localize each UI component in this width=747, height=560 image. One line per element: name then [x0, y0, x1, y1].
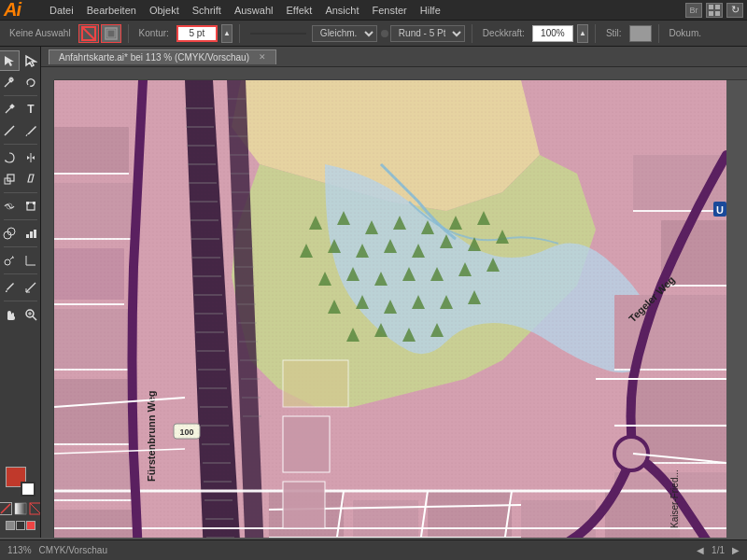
- options-toolbar: Keine Auswahl Kontur: ▲ Gleichm.: [0, 21, 747, 47]
- tool-row-4: [0, 120, 41, 141]
- select-tool[interactable]: [0, 50, 20, 71]
- svg-rect-38: [41, 67, 54, 538]
- shear-tool[interactable]: [21, 169, 41, 189]
- svg-rect-0: [709, 5, 713, 9]
- svg-rect-23: [34, 230, 36, 238]
- tool-row-6: [0, 169, 41, 189]
- sep1: [128, 24, 129, 43]
- free-transform-tool[interactable]: [21, 196, 41, 217]
- artboard-nav-prev[interactable]: ◀: [697, 545, 704, 555]
- hand-tool[interactable]: [0, 304, 20, 325]
- graph-tool[interactable]: [21, 223, 41, 244]
- tool-row-8: [0, 223, 41, 244]
- line-type-select[interactable]: Gleichm.: [312, 25, 377, 42]
- tool-row-9: [0, 250, 41, 271]
- sep-3: [4, 192, 37, 193]
- svg-rect-21: [26, 234, 29, 238]
- menu-datei[interactable]: Datei: [43, 3, 80, 18]
- doc-label: Dokum.: [666, 28, 705, 38]
- warp-tool[interactable]: [0, 196, 20, 217]
- measure-tool[interactable]: [21, 277, 41, 298]
- doc-tab: Anfahrtskarte.ai* bei 113 % (CMYK/Vorsch…: [41, 47, 747, 67]
- artboard-counter: 1/1: [712, 545, 725, 555]
- tool-row-5: [0, 147, 41, 168]
- none-swatch[interactable]: [0, 502, 12, 515]
- sep5: [658, 24, 659, 43]
- stroke-swatch[interactable]: [21, 482, 35, 497]
- svg-rect-33: [15, 503, 26, 514]
- menu-schrift[interactable]: Schrift: [186, 3, 228, 18]
- pen-tool[interactable]: [0, 99, 20, 119]
- close-tab-icon[interactable]: ✕: [259, 52, 266, 62]
- reflect-tool[interactable]: [21, 147, 41, 168]
- sep3: [472, 24, 472, 43]
- svg-point-24: [5, 259, 10, 265]
- red-swatch[interactable]: [26, 521, 35, 530]
- app-logo: Ai: [4, 0, 37, 21]
- menu-ansicht[interactable]: Ansicht: [318, 3, 365, 18]
- tool-row-10: [0, 277, 41, 298]
- sep-2: [4, 144, 37, 145]
- grid-icon[interactable]: [706, 3, 723, 18]
- lasso-tool[interactable]: [21, 72, 41, 92]
- shape-builder-tool[interactable]: [0, 223, 20, 244]
- sep-1: [4, 95, 37, 96]
- menu-hilfe[interactable]: Hilfe: [414, 3, 447, 18]
- svg-rect-3: [715, 11, 720, 16]
- symbol-sprayer-tool[interactable]: [0, 250, 20, 271]
- eyedropper-tool[interactable]: [0, 277, 20, 298]
- tools-panel: T: [0, 47, 41, 538]
- grey-swatch[interactable]: [6, 521, 15, 530]
- sep-7: [4, 301, 37, 301]
- gradient-swatch[interactable]: [14, 502, 27, 515]
- pencil-tool[interactable]: [21, 120, 41, 141]
- column-graph-tool[interactable]: [21, 250, 41, 271]
- selection-label: Keine Auswahl: [6, 28, 75, 38]
- stroke-label: Kontur:: [135, 28, 173, 38]
- opacity-label: Deckkraft:: [479, 28, 529, 38]
- scale-tool[interactable]: [0, 169, 20, 189]
- svg-rect-17: [26, 202, 29, 204]
- sep-4: [4, 219, 37, 220]
- menu-effekt[interactable]: Effekt: [279, 3, 318, 18]
- menu-auswahl[interactable]: Auswahl: [228, 3, 280, 18]
- cap-type-select[interactable]: Rund - 5 Pt.: [390, 25, 465, 42]
- svg-line-35: [30, 503, 41, 514]
- menu-objekt[interactable]: Objekt: [143, 3, 186, 18]
- opacity-up[interactable]: ▲: [577, 24, 588, 43]
- menu-fenster[interactable]: Fenster: [365, 3, 413, 18]
- svg-line-11: [26, 134, 27, 136]
- fill-color-btn[interactable]: [78, 24, 99, 43]
- svg-rect-7: [107, 30, 115, 37]
- tool-row-7: [0, 196, 41, 217]
- svg-line-5: [83, 28, 94, 39]
- zoom-tool[interactable]: [21, 304, 41, 325]
- doc-tab-item[interactable]: Anfahrtskarte.ai* bei 113 % (CMYK/Vorsch…: [49, 49, 276, 64]
- zoom-level: 113%: [7, 545, 32, 555]
- sync-icon[interactable]: ↻: [726, 3, 743, 18]
- direct-select-tool[interactable]: [21, 50, 41, 71]
- opacity-input[interactable]: [532, 25, 573, 42]
- magic-wand-tool[interactable]: [0, 72, 20, 92]
- rotate-tool[interactable]: [0, 147, 20, 168]
- stroke-color-btn[interactable]: [101, 24, 121, 43]
- map-canvas[interactable]: U 100 S Fürstenbrunn Weg Spandauer Damm …: [54, 80, 726, 538]
- color-area: [0, 463, 41, 534]
- svg-rect-175: [283, 416, 330, 472]
- sep4: [595, 24, 596, 43]
- stroke-width-input[interactable]: [176, 25, 218, 42]
- stroke-width-up[interactable]: ▲: [221, 24, 233, 43]
- menu-bearbeiten[interactable]: Bearbeiten: [80, 3, 143, 18]
- line-tool[interactable]: [0, 120, 20, 141]
- svg-line-32: [1, 504, 10, 513]
- bridge-icon[interactable]: Br: [685, 3, 702, 18]
- svg-rect-174: [283, 360, 348, 407]
- artboard-nav-next[interactable]: ▶: [732, 545, 740, 555]
- pattern-swatch[interactable]: [29, 502, 42, 515]
- svg-line-29: [33, 316, 36, 320]
- black-swatch[interactable]: [16, 521, 25, 530]
- horizontal-ruler: [54, 67, 747, 80]
- sep2: [239, 24, 240, 43]
- vertical-ruler: [41, 67, 54, 538]
- type-tool[interactable]: T: [21, 99, 41, 119]
